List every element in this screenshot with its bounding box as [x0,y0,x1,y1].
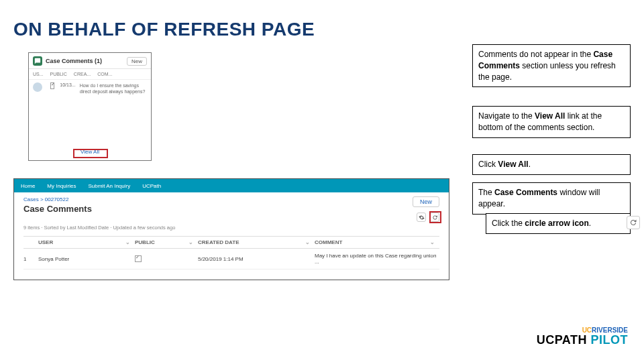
table-header: USER ⌄ PUBLIC ⌄ CREATED DATE ⌄ COMMENT ⌄ [23,236,439,249]
row-date: 10/13... [60,82,75,87]
col-user: USER [38,239,125,245]
instruction-box: The Case Comments window will appear. [472,182,631,215]
gear-icon[interactable] [417,213,426,222]
chevron-down-icon: ⌄ [125,239,135,245]
col-user: US... [33,72,44,76]
panel-header: Case Comments (1) New [29,53,151,68]
view-all-wrap: View All [29,144,151,156]
instruction-box: Comments do not appear in the Case Comme… [472,44,631,87]
row-user: Sonya Potter [38,256,125,262]
col-public: PUBLIC [135,239,189,245]
text: The [478,188,494,197]
panel-title: Case Comments (1) [46,58,127,64]
text: . [589,219,591,228]
col-index [23,239,38,245]
instruction-box: Navigate to the View All link at the bot… [472,106,631,138]
row-comment: How do I ensure the savings direct depos… [80,82,147,95]
instruction-box: Click the circle arrow icon. [486,213,631,234]
comments-table: USER ⌄ PUBLIC ⌄ CREATED DATE ⌄ COMMENT ⌄… [23,236,439,269]
text-bold: Case Comments [494,188,557,197]
comments-icon [33,56,42,66]
col-comment: COM... [97,72,112,76]
refresh-icon[interactable] [430,213,439,222]
row-index: 1 [23,256,38,262]
chevron-down-icon: ⌄ [430,239,439,245]
new-button[interactable]: New [413,196,439,207]
text: Click the [492,219,525,228]
table-row: 1 Sonya Potter 5/20/2019 1:14 PM May I h… [23,249,439,269]
toolbar: New [413,196,439,207]
text-bold: View All [535,111,565,121]
nav-submit-inquiry[interactable]: Submit An Inquiry [88,183,130,189]
row-public [135,255,189,262]
refresh-icon-sample [627,216,640,229]
toolbar-icons [417,213,439,222]
chevron-down-icon: ⌄ [305,239,315,245]
text: Click [478,160,498,169]
breadcrumb[interactable]: Cases > 00270522 [23,196,439,202]
chevron-down-icon: ⌄ [189,239,198,245]
text: Navigate to the [478,111,535,121]
row-created: 5/20/2019 1:14 PM [198,256,305,262]
nav-ucpath[interactable]: UCPath [142,183,161,189]
text-bold: circle arrow icon [525,219,588,228]
col-created: CREA... [74,72,91,76]
panel-columns: US... PUBLIC CREA... COM... [29,68,151,79]
col-created: CREATED DATE [198,239,305,245]
nav-bar: Home My Inquiries Submit An Inquiry UCPa… [14,179,449,192]
footer-logo: UCRIVERSIDE UCPATH PILOT [537,327,628,346]
screenshot-case-comments-panel: Case Comments (1) New US... PUBLIC CREA.… [28,52,152,161]
col-comment: COMMENT [315,239,430,245]
view-all-link[interactable]: View All [76,147,103,156]
new-button[interactable]: New [127,57,147,66]
nav-home[interactable]: Home [21,183,35,189]
screenshot-case-comments-page: Home My Inquiries Submit An Inquiry UCPa… [13,178,449,280]
text: . [529,160,531,169]
instruction-box: Click View All. [472,154,631,175]
avatar [33,82,42,92]
public-checkbox [135,255,142,262]
public-checkbox [50,82,54,89]
nav-my-inquiries[interactable]: My Inquiries [47,183,76,189]
panel-row: 10/13... How do I ensure the savings dir… [29,79,151,97]
text: Comments do not appear in the [478,50,593,59]
logo-pilot: PILOT [587,333,628,347]
text-bold: View All [498,160,528,169]
logo-line2: UCPATH PILOT [537,334,628,346]
page-title: ON BEHALF OF REFRESH PAGE [13,19,315,40]
page-body: Cases > 00270522 Case Comments New 9 ite… [14,192,449,269]
row-comment: May I have an update on this Case regard… [315,253,439,265]
slide: ON BEHALF OF REFRESH PAGE Case Comments … [0,0,644,362]
col-public: PUBLIC [50,72,67,76]
logo-brand: UCPATH [537,333,587,347]
list-meta: 9 items · Sorted by Last Modified Date ·… [23,225,439,231]
page-subtitle: Case Comments [23,204,439,214]
